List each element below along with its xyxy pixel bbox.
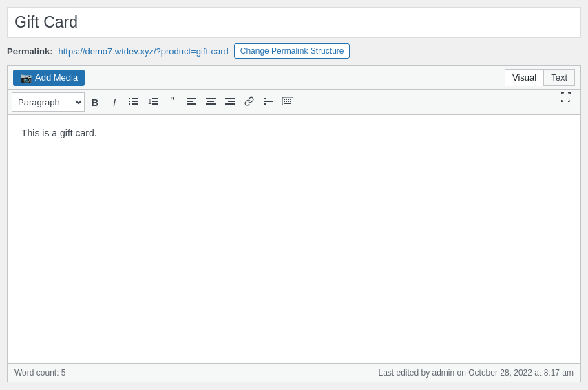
- svg-rect-8: [152, 101, 158, 102]
- word-count: Word count: 5: [14, 368, 66, 378]
- svg-rect-0: [129, 98, 130, 99]
- align-center-button[interactable]: [202, 93, 220, 111]
- svg-rect-18: [225, 103, 235, 105]
- align-right-icon: [225, 96, 235, 108]
- keyboard-shortcut-button[interactable]: [279, 93, 297, 111]
- svg-rect-15: [206, 103, 216, 105]
- permalink-label: Permalink:: [7, 46, 52, 57]
- align-left-icon: [187, 96, 196, 108]
- svg-rect-12: [187, 103, 196, 105]
- bold-icon: B: [92, 96, 99, 108]
- visual-text-tabs: Visual Text: [505, 69, 575, 86]
- last-edited-text: Last edited by admin on October 28, 2022…: [378, 368, 574, 378]
- ordered-list-icon: 1.: [148, 96, 158, 108]
- wp-editor-wrap: 📷 Add Media Visual Text Paragraph Headin…: [7, 65, 581, 382]
- formatting-toolbar: Paragraph Heading 1 Heading 2 Heading 3 …: [8, 90, 580, 115]
- svg-rect-30: [290, 101, 291, 102]
- svg-rect-13: [206, 98, 216, 99]
- svg-rect-10: [187, 98, 196, 99]
- insert-link-button[interactable]: [240, 93, 258, 111]
- horizontal-rule-button[interactable]: [260, 93, 277, 111]
- svg-rect-29: [288, 101, 289, 102]
- svg-rect-5: [132, 103, 138, 105]
- svg-rect-28: [286, 101, 287, 102]
- add-media-button[interactable]: 📷 Add Media: [13, 70, 85, 86]
- fullscreen-icon: [560, 92, 571, 105]
- word-count-label: Word count:: [14, 368, 59, 378]
- horizontal-rule-icon: [264, 96, 273, 108]
- svg-rect-4: [129, 103, 130, 105]
- svg-rect-26: [290, 99, 291, 100]
- italic-icon: I: [113, 96, 116, 108]
- keyboard-icon: [282, 96, 293, 107]
- title-input[interactable]: [7, 7, 581, 38]
- svg-rect-7: [152, 98, 158, 99]
- svg-rect-11: [187, 101, 193, 102]
- align-center-icon: [206, 96, 216, 108]
- italic-button[interactable]: I: [105, 93, 123, 111]
- blockquote-icon: ": [170, 96, 174, 107]
- svg-rect-16: [225, 98, 235, 99]
- svg-rect-20: [264, 98, 266, 99]
- word-count-value: 5: [61, 368, 66, 378]
- tab-visual[interactable]: Visual: [505, 69, 543, 86]
- svg-rect-21: [264, 103, 266, 105]
- format-select[interactable]: Paragraph Heading 1 Heading 2 Heading 3 …: [12, 92, 85, 112]
- svg-rect-19: [264, 101, 273, 102]
- bold-button[interactable]: B: [86, 93, 104, 111]
- unordered-list-icon: [129, 96, 138, 108]
- editor-content-area[interactable]: This is a gift card.: [8, 115, 580, 363]
- svg-rect-14: [207, 101, 214, 102]
- editor-toolbar-top: 📷 Add Media Visual Text: [8, 66, 580, 90]
- permalink-link[interactable]: https://demo7.wtdev.xyz/?product=gift-ca…: [58, 46, 228, 57]
- svg-rect-2: [129, 101, 130, 102]
- unordered-list-button[interactable]: [125, 93, 143, 111]
- tab-text[interactable]: Text: [543, 69, 575, 86]
- fullscreen-button[interactable]: [557, 90, 575, 107]
- editor-container: Permalink: https://demo7.wtdev.xyz/?prod…: [0, 0, 588, 390]
- align-right-button[interactable]: [221, 93, 239, 111]
- ordered-list-button[interactable]: 1.: [144, 93, 162, 111]
- svg-rect-31: [284, 103, 291, 104]
- svg-rect-3: [132, 101, 138, 102]
- svg-rect-25: [288, 99, 289, 100]
- svg-rect-24: [286, 99, 287, 100]
- add-media-icon: 📷: [20, 72, 32, 83]
- svg-rect-17: [228, 101, 235, 102]
- svg-rect-27: [284, 101, 285, 102]
- editor-text: This is a gift card.: [21, 127, 97, 138]
- blockquote-button[interactable]: ": [163, 93, 181, 111]
- svg-rect-23: [284, 99, 285, 100]
- link-icon: [244, 96, 254, 108]
- add-media-label: Add Media: [35, 72, 78, 83]
- change-permalink-button[interactable]: Change Permalink Structure: [234, 43, 350, 59]
- svg-rect-9: [152, 103, 158, 105]
- permalink-bar: Permalink: https://demo7.wtdev.xyz/?prod…: [7, 43, 581, 59]
- editor-footer: Word count: 5 Last edited by admin on Oc…: [8, 363, 580, 382]
- svg-rect-1: [132, 98, 138, 99]
- align-left-button[interactable]: [182, 93, 200, 111]
